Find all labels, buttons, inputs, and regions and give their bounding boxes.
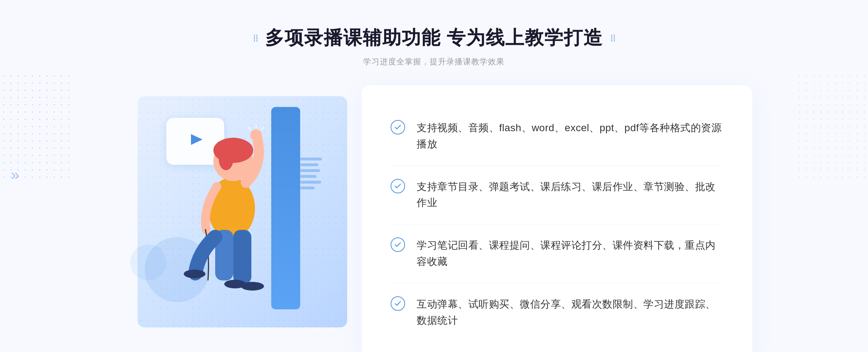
- svg-rect-7: [233, 230, 251, 284]
- person-illustration: [163, 107, 300, 331]
- illustration-container: [116, 85, 369, 338]
- decorative-dots-right: ⁞⁞: [610, 32, 615, 44]
- bg-dots-right: [796, 72, 868, 181]
- features-panel: 支持视频、音频、flash、word、excel、ppt、pdf等各种格式的资源…: [362, 85, 752, 352]
- svg-point-5: [219, 149, 233, 170]
- svg-line-13: [261, 127, 264, 130]
- header-section: ⁞⁞ 多项录播课辅助功能 专为线上教学打造 ⁞⁞ 学习进度全掌握，提升录播课教学…: [253, 25, 615, 67]
- bg-dots-left: [0, 72, 72, 181]
- decorative-dots-left: ⁞⁞: [253, 32, 258, 44]
- feature-text-2: 支持章节目录、弹题考试、课后练习、课后作业、章节测验、批改作业: [417, 179, 723, 211]
- header-title-row: ⁞⁞ 多项录播课辅助功能 专为线上教学打造 ⁞⁞: [253, 25, 615, 51]
- svg-line-14: [248, 127, 251, 130]
- check-icon-2: [391, 179, 405, 193]
- content-area: 支持视频、音频、flash、word、excel、ppt、pdf等各种格式的资源…: [116, 85, 752, 352]
- svg-point-9: [241, 282, 264, 291]
- page-container: » ⁞⁞ 多项录播课辅助功能 专为线上教学打造 ⁞⁞ 学习进度全掌握，提升录播课…: [0, 0, 868, 352]
- check-icon-4: [391, 296, 405, 311]
- feature-item-3: 学习笔记回看、课程提问、课程评论打分、课件资料下载，重点内容收藏: [391, 224, 723, 283]
- feature-text-3: 学习笔记回看、课程提问、课程评论打分、课件资料下载，重点内容收藏: [417, 237, 723, 270]
- feature-item-1: 支持视频、音频、flash、word、excel、ppt、pdf等各种格式的资源…: [391, 107, 723, 166]
- page-title: 多项录播课辅助功能 专为线上教学打造: [265, 25, 603, 51]
- check-icon-3: [391, 237, 405, 252]
- chevron-left-decoration: »: [11, 166, 19, 184]
- svg-point-10: [184, 270, 205, 278]
- check-icon-1: [391, 120, 405, 134]
- svg-point-11: [250, 129, 262, 141]
- stripe-decoration: [300, 158, 326, 201]
- feature-item-4: 互动弹幕、试听购买、微信分享、观看次数限制、学习进度跟踪、数据统计: [391, 283, 723, 342]
- circle-blue-small: [130, 244, 166, 280]
- feature-text-1: 支持视频、音频、flash、word、excel、ppt、pdf等各种格式的资源…: [417, 120, 723, 153]
- page-subtitle: 学习进度全掌握，提升录播课教学效果: [253, 56, 615, 67]
- feature-item-2: 支持章节目录、弹题考试、课后练习、课后作业、章节测验、批改作业: [391, 166, 723, 225]
- feature-text-4: 互动弹幕、试听购买、微信分享、观看次数限制、学习进度跟踪、数据统计: [417, 296, 723, 329]
